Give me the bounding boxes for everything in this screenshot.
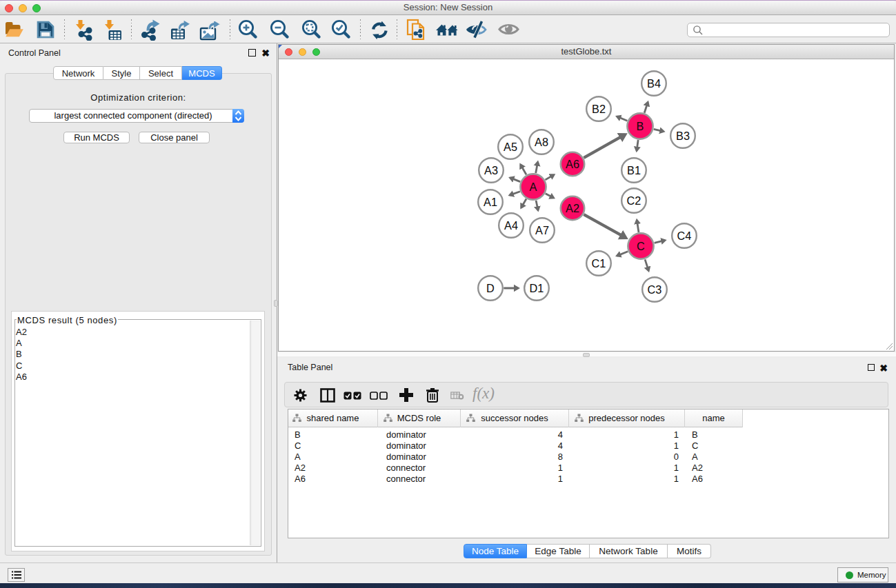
- svg-text:B3: B3: [676, 130, 690, 142]
- svg-text:A7: A7: [535, 224, 549, 236]
- svg-text:A2: A2: [566, 202, 579, 214]
- svg-text:B: B: [637, 120, 644, 132]
- svg-text:C4: C4: [677, 230, 692, 242]
- svg-text:A6: A6: [566, 158, 579, 170]
- svg-text:C: C: [637, 240, 645, 252]
- svg-text:B4: B4: [647, 77, 661, 90]
- svg-text:C1: C1: [592, 257, 606, 270]
- svg-text:B2: B2: [592, 103, 606, 115]
- svg-text:A3: A3: [484, 164, 498, 176]
- svg-text:D: D: [486, 282, 495, 294]
- svg-text:C2: C2: [627, 194, 641, 207]
- svg-text:A8: A8: [535, 136, 548, 148]
- svg-text:B1: B1: [627, 164, 641, 176]
- svg-text:D1: D1: [530, 282, 544, 294]
- svg-text:A4: A4: [504, 219, 518, 232]
- svg-text:A5: A5: [504, 141, 517, 153]
- svg-text:A1: A1: [484, 196, 497, 208]
- svg-text:C3: C3: [648, 283, 662, 296]
- svg-text:A: A: [530, 181, 537, 193]
